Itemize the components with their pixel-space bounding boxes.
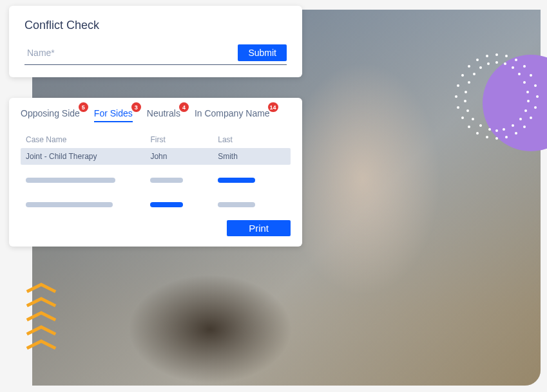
svg-point-25 xyxy=(504,62,506,65)
conflict-check-title: Conflict Check xyxy=(24,19,287,32)
table-header: Case Name First Last xyxy=(21,131,291,148)
svg-point-10 xyxy=(457,84,459,87)
svg-point-22 xyxy=(486,136,488,138)
svg-point-34 xyxy=(465,91,467,93)
tab-badge: 3 xyxy=(131,102,141,112)
table-row-placeholder xyxy=(21,171,291,189)
decorative-dots-arc xyxy=(448,48,545,145)
svg-point-9 xyxy=(534,84,537,87)
svg-point-3 xyxy=(515,59,517,61)
tab-label: Opposing Side xyxy=(21,108,80,118)
results-tabs: Opposing Side 5 For Sides 3 Neutrals 4 I… xyxy=(21,108,291,122)
svg-point-11 xyxy=(536,95,539,98)
svg-point-4 xyxy=(476,59,479,61)
svg-point-30 xyxy=(473,73,475,75)
col-header-case: Case Name xyxy=(26,135,150,144)
svg-point-29 xyxy=(518,73,521,75)
name-input[interactable] xyxy=(24,44,231,62)
svg-point-43 xyxy=(503,128,505,131)
svg-point-15 xyxy=(530,117,532,119)
tab-in-company-name[interactable]: In Company Name 14 xyxy=(195,108,270,122)
svg-point-18 xyxy=(468,126,470,128)
svg-point-44 xyxy=(488,128,491,131)
col-header-first: First xyxy=(150,135,218,144)
svg-point-23 xyxy=(495,137,498,140)
svg-point-21 xyxy=(505,136,508,138)
table-row[interactable]: Joint - Child Therapy John Smith xyxy=(21,148,291,165)
svg-point-5 xyxy=(523,65,526,68)
svg-point-13 xyxy=(534,106,537,109)
svg-point-2 xyxy=(486,55,488,57)
tab-badge: 14 xyxy=(268,102,278,112)
name-input-row: Submit xyxy=(24,44,287,65)
col-header-last: Last xyxy=(218,135,285,144)
svg-point-45 xyxy=(495,129,498,132)
results-footer: Print xyxy=(21,220,291,236)
tab-badge: 4 xyxy=(179,102,189,112)
svg-point-17 xyxy=(523,126,526,128)
svg-point-41 xyxy=(512,124,514,127)
results-card: Opposing Side 5 For Sides 3 Neutrals 4 I… xyxy=(9,98,302,247)
svg-point-38 xyxy=(466,109,469,112)
svg-point-6 xyxy=(468,65,470,68)
tab-badge: 5 xyxy=(79,102,88,112)
svg-point-42 xyxy=(479,124,482,127)
svg-point-26 xyxy=(487,62,490,65)
svg-point-12 xyxy=(455,95,457,98)
svg-point-28 xyxy=(479,66,482,69)
decorative-chevrons xyxy=(26,282,57,350)
tab-label: For Sides xyxy=(94,108,133,118)
tab-label: In Company Name xyxy=(195,108,270,118)
svg-point-19 xyxy=(515,132,517,135)
svg-point-16 xyxy=(461,117,464,119)
svg-point-31 xyxy=(523,81,526,84)
cell-last: Smith xyxy=(218,152,285,161)
svg-point-33 xyxy=(526,91,529,93)
svg-point-14 xyxy=(457,106,459,109)
tab-for-sides[interactable]: For Sides 3 xyxy=(94,108,133,122)
print-button[interactable]: Print xyxy=(227,220,291,236)
svg-point-0 xyxy=(495,53,498,56)
svg-point-36 xyxy=(464,100,466,102)
cell-case: Joint - Child Therapy xyxy=(26,152,150,161)
svg-point-24 xyxy=(495,61,498,64)
svg-point-32 xyxy=(468,81,470,84)
svg-point-37 xyxy=(524,109,527,112)
svg-point-8 xyxy=(461,74,464,77)
svg-point-40 xyxy=(472,118,474,120)
tab-neutrals[interactable]: Neutrals 4 xyxy=(147,108,180,122)
svg-point-7 xyxy=(530,74,532,77)
submit-button[interactable]: Submit xyxy=(238,44,287,61)
cell-first: John xyxy=(150,152,218,161)
svg-point-27 xyxy=(512,66,514,69)
svg-point-39 xyxy=(519,118,522,120)
svg-point-35 xyxy=(527,100,530,102)
table-row-placeholder xyxy=(21,196,291,214)
svg-point-20 xyxy=(476,132,479,135)
tab-label: Neutrals xyxy=(147,108,180,118)
tab-opposing-side[interactable]: Opposing Side 5 xyxy=(21,108,80,122)
svg-point-1 xyxy=(505,55,508,57)
conflict-check-card: Conflict Check Submit xyxy=(9,6,302,77)
